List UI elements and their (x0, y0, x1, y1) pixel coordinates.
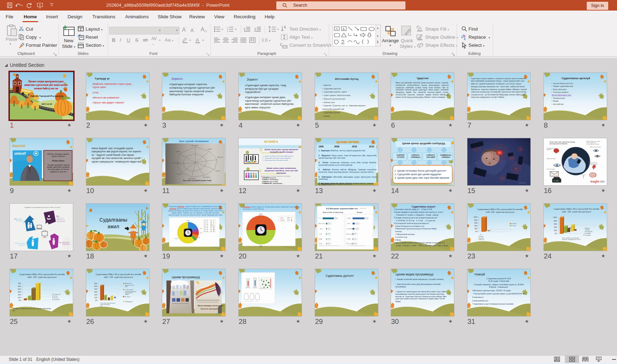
svg-text:25-40 мину!: 25-40 мину! (16, 220, 23, 222)
svg-text:c: c (464, 37, 466, 40)
svg-text:авах: авах (125, 286, 128, 287)
svg-text:1.6%: 1.6% (328, 228, 330, 230)
svg-text:1: 1 (247, 152, 248, 154)
svg-text:хDSL: хDSL (320, 228, 323, 230)
svg-text:A: A (342, 27, 345, 31)
svg-text:51%: 51% (287, 219, 290, 221)
svg-text:unicef: unicef (14, 151, 26, 155)
svg-text:80%: 80% (474, 219, 478, 221)
svg-text:В.1-2 цаг: В.1-2 цаг (52, 295, 58, 297)
svg-text:70%: 70% (18, 283, 21, 285)
svg-text:0.5%: 0.5% (328, 243, 330, 244)
svg-text:0%: 0% (19, 300, 21, 301)
svg-text:А. 10-30 мин: А. 10-30 мин (52, 299, 60, 300)
svg-text:Нүдний хараа муудна: Нүдний хараа муудна (547, 158, 556, 159)
svg-text:8%: 8% (210, 222, 212, 223)
svg-text:15 минутаас: 15 минутаас (18, 243, 26, 244)
svg-text:оруулахас аль: оруулахас аль (57, 219, 65, 221)
svg-text:Хугацаа: Хугацаа (357, 211, 363, 213)
svg-text:интернэт хаягуудыг аль нь вэ?: интернэт хаягуудыг аль нь вэ? (562, 239, 580, 240)
svg-text:80%: 80% (554, 220, 557, 222)
svg-text:52%: 52% (175, 238, 178, 240)
svg-text:(2016.06.30): (2016.06.30) (360, 208, 366, 209)
svg-text:мэдээллээ олж: мэдээллээ олж (125, 285, 134, 286)
svg-text:Таны хамгийн их ашигладаг: Таны хамгийн их ашигладаг (562, 237, 579, 239)
svg-text:Хүүхдийн насанд хамаарах дэлгэ: Хүүхдийн насанд хамаарах дэлгэц үзэх, хэ… (25, 207, 61, 208)
svg-text:67 кг: 67 кг (14, 218, 18, 220)
svg-text:сонирхолтой: сонирхолтой (125, 292, 132, 294)
svg-text:55 - 64: 55 - 64 (204, 231, 208, 232)
svg-text:1 цаг хүртэл: 1 цаг хүртэл (18, 244, 25, 246)
svg-text:eagle.nn: eagle.nn (591, 179, 605, 183)
svg-text:бэлтгэх програм: бэлтгэх програм (201, 308, 218, 310)
svg-text:8.2%: 8.2% (356, 228, 358, 230)
svg-text:45 - 54: 45 - 54 (204, 229, 208, 230)
svg-text:байдаг: байдаг (125, 294, 129, 295)
svg-text:Wi-Fi: Wi-Fi (320, 234, 322, 235)
svg-text:4.9%: 4.9% (328, 223, 330, 224)
svg-text:2%: 2% (210, 229, 212, 230)
svg-text:123rf.com: 123rf.com (519, 182, 526, 184)
svg-text:Б. Youtube: Б. Youtube (584, 233, 591, 234)
svg-text:4 и: 4 и (59, 242, 61, 243)
svg-text:female: female (281, 219, 285, 221)
svg-text:13 - 15: 13 - 15 (204, 220, 208, 222)
svg-text:2: 2 (247, 168, 248, 170)
svg-text:A: A (284, 25, 286, 29)
svg-text:давсны: давсны (256, 301, 258, 302)
svg-text:100%: 100% (553, 217, 557, 218)
svg-text:Дадал зуршил: Дадал зуршил (188, 178, 196, 179)
svg-text:В. Тоглох: В. Тоглох (125, 296, 130, 298)
svg-text:2%: 2% (210, 231, 212, 232)
svg-text:Гэрэл багасмагц унтах даллага: Гэрэл багасмагц унтах даллага (586, 143, 600, 145)
svg-text:40%: 40% (474, 225, 478, 227)
svg-text:60%: 60% (554, 223, 557, 225)
svg-text:20%: 20% (554, 230, 557, 231)
svg-text:Шилэн кабель: Шилэн кабель (319, 223, 326, 224)
svg-text:9%: 9% (198, 237, 200, 238)
svg-text:Хүмүүжил: Хүмүүжил (176, 151, 181, 152)
svg-text:ашиглаж: ашиглаж (479, 237, 484, 239)
svg-text:10.2%: 10.2% (356, 223, 359, 224)
svg-text:26%: 26% (210, 225, 213, 227)
svg-text:52%: 52% (210, 224, 213, 225)
svg-text:Wi-MAX: Wi-MAX (319, 238, 322, 240)
svg-text:5%: 5% (210, 227, 212, 229)
svg-text:бага зайлсхий: бага зайлсхий (57, 221, 65, 222)
svg-text:0.4%: 0.4% (354, 243, 357, 244)
svg-text:Ой тогтоолт муудна: Ой тогтоолт муудна (547, 168, 555, 170)
svg-text:0.0% 10.0% 20.0% 30.0% 40: 0.0% 10.0% 20.0% 30.0% 40.0% 50.0% 60.0%… (319, 245, 339, 246)
svg-text:интернэт: интернэт (479, 236, 484, 237)
svg-text:25%: 25% (187, 220, 189, 222)
svg-text:вэ?: вэ? (100, 306, 102, 307)
svg-text:10ГБ/с: 10ГБ/с (347, 223, 351, 224)
svg-text:10%: 10% (94, 297, 97, 299)
svg-text:1.2%: 1.2% (328, 233, 330, 235)
svg-text:А.Хэрэгтэй: А.Хэрэгтэй (125, 283, 131, 284)
svg-text:49%: 49% (259, 245, 262, 247)
svg-text:18 - 24: 18 - 24 (204, 224, 208, 225)
svg-text:бууруулдаг: бууруулдаг (547, 149, 551, 151)
svg-text:спиртэн: спиртэн (250, 301, 253, 302)
svg-text:5 и: 5 и (15, 243, 17, 244)
svg-text:В.Instagramm: В.Instagramm (585, 231, 593, 232)
svg-text:60%: 60% (18, 286, 21, 287)
svg-text:male: male (281, 217, 284, 219)
svg-text:7%: 7% (200, 232, 202, 234)
svg-text:5%: 5% (200, 228, 202, 229)
svg-text:Мэдээллийн: Мэдээллийн (191, 145, 198, 146)
svg-text:M: M (177, 299, 180, 302)
svg-text:Г.Найзуудтай: Г.Найзуудтай (125, 301, 133, 302)
svg-text:Нойрны хэмнэл алдагдана: Нойрны хэмнэл алдагдана (590, 146, 601, 148)
svg-text:10%: 10% (18, 297, 21, 299)
svg-text:Мэдрэлийн дохиолол нь гэрлийн: Мэдрэлийн дохиолол нь гэрлийн (586, 141, 600, 142)
svg-text:Та: Та (480, 234, 481, 235)
svg-text:40%: 40% (554, 226, 557, 228)
svg-text:Бие хүний хэлбэрийн шинжит төл: Бие хүний хэлбэрийн шинжит төлөв (183, 179, 212, 181)
svg-text:60%: 60% (94, 283, 97, 285)
svg-text:хэмжээг тааруулж өгдөг: хэмжээг тааруулж өгдөг (586, 142, 596, 143)
svg-text:Гэр орны: Гэр орны (215, 170, 220, 172)
svg-text:50%: 50% (94, 286, 97, 287)
svg-text:3: 3 (227, 30, 228, 32)
svg-text:20%: 20% (18, 294, 21, 296)
